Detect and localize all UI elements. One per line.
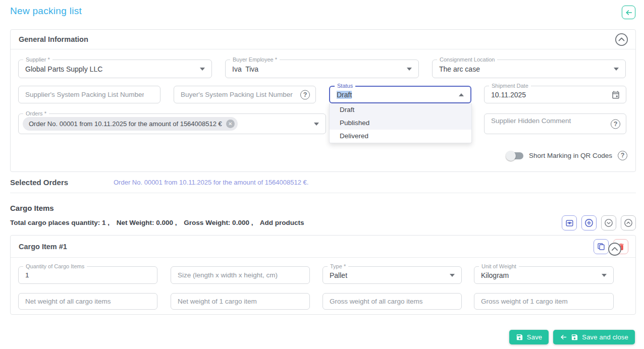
gross-weight-all-field <box>323 293 462 310</box>
supplier-packing-list-field <box>18 86 160 103</box>
consignment-location-value: The arc case <box>439 65 480 73</box>
cargo-items-title: Cargo Items <box>10 204 54 212</box>
consignment-location-label: Consignment Location <box>437 56 497 63</box>
supplier-packing-list-input[interactable] <box>19 86 160 103</box>
chevron-down-icon <box>200 68 205 71</box>
gross-weight-all-input[interactable] <box>323 294 461 309</box>
status-select[interactable]: Status Draft <box>329 86 471 103</box>
order-chip-text: Order No. 00001 from 10.11.2025 for the … <box>29 120 222 128</box>
status-option-delivered[interactable]: Delivered <box>330 130 471 143</box>
gross-weight-one-field <box>474 293 614 310</box>
duplicate-cargo-item-button[interactable] <box>594 239 609 254</box>
chevron-down-circle-icon <box>604 218 614 228</box>
chevron-down-icon <box>407 68 412 71</box>
type-label: Type * <box>328 263 348 270</box>
supplier-select[interactable]: Supplier * Global Parts Supply LLC <box>18 60 212 78</box>
gross-weight-text: Gross Weight: 0.000 , <box>184 219 253 226</box>
chevron-down-icon <box>450 274 455 277</box>
chevron-up-icon <box>608 242 622 256</box>
general-information-panel: General Information Supplier * Global Pa… <box>10 29 636 172</box>
plus-circle-icon <box>584 218 594 228</box>
add-cargo-item-button[interactable] <box>581 215 597 230</box>
unit-of-weight-select[interactable]: Unit of Weight Kilogram <box>474 266 614 284</box>
buyer-packing-list-input[interactable] <box>174 86 315 103</box>
help-icon[interactable]: ? <box>611 119 620 129</box>
collapse-cargo-item-button[interactable] <box>608 242 621 256</box>
save-icon <box>571 333 578 341</box>
quantity-label: Quantity of Cargo Items <box>23 263 87 270</box>
orders-label: Orders * <box>23 110 49 117</box>
gross-weight-one-input[interactable] <box>474 294 613 309</box>
shipment-date-field[interactable]: Shipment Date 10.11.2025 <box>484 86 626 103</box>
arrow-left-icon <box>560 333 567 341</box>
remove-chip-icon[interactable]: ✕ <box>226 120 235 128</box>
cargo-item-title: Cargo Item #1 <box>19 243 67 251</box>
arrow-left-icon <box>625 9 633 17</box>
general-information-title: General Information <box>19 35 88 43</box>
order-chip: Order No. 00001 from 10.11.2025 for the … <box>23 117 238 131</box>
orders-multiselect[interactable]: Orders * Order No. 00001 from 10.11.2025… <box>18 113 326 134</box>
save-label: Save <box>527 333 542 341</box>
toggle-thumb-icon <box>506 151 516 161</box>
qr-toggle-row: Short Marking in QR Codes ? <box>507 151 627 160</box>
chevron-up-icon <box>615 33 628 46</box>
short-marking-toggle[interactable] <box>507 152 523 159</box>
add-products-link[interactable]: Add products <box>260 219 304 226</box>
save-icon <box>516 333 523 341</box>
buyer-packing-list-field: ? <box>174 86 316 103</box>
chevron-down-icon <box>602 274 607 277</box>
shipment-date-label: Shipment Date <box>489 82 531 89</box>
net-weight-one-field <box>171 293 310 310</box>
supplier-hidden-comment-input[interactable] <box>485 114 626 134</box>
help-icon[interactable]: ? <box>618 151 627 160</box>
selected-orders-title: Selected Orders <box>10 178 114 187</box>
back-button[interactable] <box>622 6 635 19</box>
copy-icon <box>597 242 606 251</box>
quantity-field: Quantity of Cargo Items <box>18 266 157 284</box>
chevron-up-icon <box>459 93 464 96</box>
shipment-date-value: 10.11.2025 <box>491 91 526 99</box>
expand-all-button[interactable] <box>601 215 616 230</box>
status-dropdown-menu: Draft Published Delivered <box>329 103 472 143</box>
selected-orders-row: Selected Orders Order No. 00001 from 10.… <box>10 172 636 193</box>
cargo-item-card: Cargo Item #1 Quantity of Cargo Items <box>10 235 636 315</box>
net-weight-all-field <box>18 293 157 310</box>
chevron-down-icon <box>614 68 619 71</box>
view-qr-codes-button[interactable] <box>562 215 577 230</box>
status-value: Draft <box>337 91 352 99</box>
buyer-employee-label: Buyer Employee * <box>230 56 280 63</box>
status-option-published[interactable]: Published <box>330 117 471 130</box>
status-label: Status <box>335 82 355 89</box>
save-and-close-button[interactable]: Save and close <box>553 330 635 344</box>
net-weight-all-input[interactable] <box>19 294 157 309</box>
buyer-employee-value: Iva Tiva <box>232 65 258 73</box>
collapse-all-button[interactable] <box>621 215 636 230</box>
short-marking-label: Short Marking in QR Codes <box>529 152 612 159</box>
status-option-draft[interactable]: Draft <box>330 103 471 117</box>
unit-of-weight-value: Kilogram <box>481 271 509 279</box>
collapse-general-button[interactable] <box>615 33 628 46</box>
page-title: New packing list <box>10 6 82 17</box>
net-weight-text: Net Weight: 0.000 , <box>117 219 177 226</box>
save-button[interactable]: Save <box>509 330 549 344</box>
buyer-employee-select[interactable]: Buyer Employee * Iva Tiva <box>225 60 419 78</box>
unit-of-weight-label: Unit of Weight <box>479 263 519 270</box>
consignment-location-select[interactable]: Consignment Location The arc case <box>432 60 626 78</box>
type-value: Pallet <box>330 271 347 279</box>
calendar-icon[interactable] <box>611 90 620 99</box>
cargo-totals-row: Total cargo places quantity: 1 , Net Wei… <box>10 215 636 231</box>
help-icon[interactable]: ? <box>300 90 310 99</box>
supplier-value: Global Parts Supply LLC <box>25 65 102 73</box>
size-input[interactable] <box>171 267 309 283</box>
supplier-hidden-comment-field: ? <box>484 113 626 134</box>
chevron-up-circle-icon <box>623 218 633 228</box>
type-select[interactable]: Type * Pallet <box>323 266 462 284</box>
chevron-down-icon <box>314 123 319 126</box>
size-field <box>171 266 310 284</box>
total-quantity-text: Total cargo places quantity: 1 , <box>10 219 110 226</box>
supplier-label: Supplier * <box>23 56 52 63</box>
preview-eye-icon <box>565 218 574 228</box>
footer-actions: Save Save and close <box>509 330 635 344</box>
net-weight-one-input[interactable] <box>171 294 309 309</box>
selected-order-link[interactable]: Order No. 00001 from 10.11.2025 for the … <box>114 179 308 186</box>
